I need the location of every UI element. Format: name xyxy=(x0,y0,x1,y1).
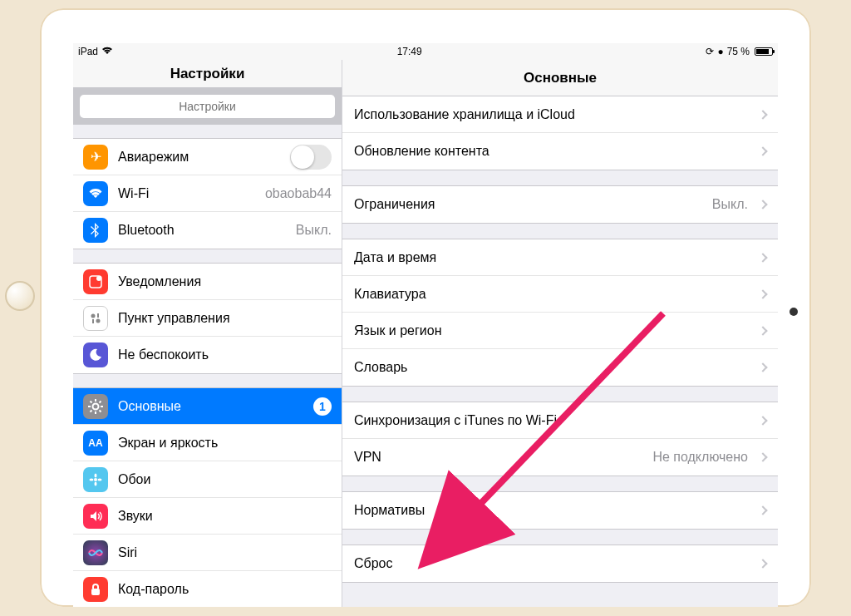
chevron-right-icon xyxy=(758,253,767,262)
sidebar-item-passcode[interactable]: Код-пароль xyxy=(73,571,342,607)
detail-item-itunes-sync[interactable]: Синхронизация с iTunes по Wi-Fi xyxy=(342,402,778,439)
sidebar-item-label: Wi-Fi xyxy=(118,186,265,201)
sidebar-item-display[interactable]: AA Экран и яркость xyxy=(73,425,342,461)
chevron-right-icon xyxy=(758,559,767,568)
sidebar-item-label: Авиарежим xyxy=(118,150,290,165)
detail-item-language[interactable]: Язык и регион xyxy=(342,313,778,349)
detail-item-value: Выкл. xyxy=(712,197,748,212)
detail-item-regulatory[interactable]: Нормативы xyxy=(342,492,778,529)
device-label: iPad xyxy=(78,46,98,57)
detail-item-dictionary[interactable]: Словарь xyxy=(342,349,778,386)
sidebar-item-label: Основные xyxy=(118,399,313,414)
sidebar-item-wallpaper[interactable]: Обои xyxy=(73,461,342,498)
chevron-right-icon xyxy=(758,326,767,335)
sidebar-group-alerts: Уведомления Пункт управления Не беспокои… xyxy=(73,263,342,374)
moon-icon xyxy=(83,342,108,367)
sidebar-item-control-center[interactable]: Пункт управления xyxy=(73,300,342,337)
detail-group-sync: Синхронизация с iTunes по Wi-Fi VPN Не п… xyxy=(342,402,778,476)
battery-icon xyxy=(755,47,773,56)
svg-line-11 xyxy=(91,401,92,402)
detail-item-label: Клавиатура xyxy=(354,287,755,302)
svg-point-2 xyxy=(91,313,96,318)
siri-icon xyxy=(83,540,108,565)
sidebar-item-siri[interactable]: Siri xyxy=(73,535,342,571)
lock-icon xyxy=(83,577,108,602)
clock: 17:49 xyxy=(397,46,422,57)
sidebar-item-bluetooth[interactable]: Bluetooth Выкл. xyxy=(73,212,342,249)
svg-point-3 xyxy=(96,318,101,323)
chevron-right-icon xyxy=(758,505,767,515)
sidebar-item-sounds[interactable]: Звуки xyxy=(73,498,342,535)
detail-item-refresh[interactable]: Обновление контента xyxy=(342,133,778,170)
detail-item-storage[interactable]: Использование хранилища и iCloud xyxy=(342,96,778,133)
detail-item-restrictions[interactable]: Ограничения Выкл. xyxy=(342,186,778,223)
svg-point-15 xyxy=(94,478,97,481)
ipad-frame: iPad 17:49 ⟳ ● 75 % Настройки xyxy=(40,8,811,607)
chevron-right-icon xyxy=(758,110,767,119)
detail-item-label: Ограничения xyxy=(354,197,712,212)
sidebar-item-wifi[interactable]: Wi-Fi obaobab44 xyxy=(73,175,342,212)
svg-rect-20 xyxy=(91,589,100,595)
svg-point-19 xyxy=(98,478,102,480)
sidebar-item-label: Пункт управления xyxy=(118,311,342,326)
svg-point-17 xyxy=(95,481,97,485)
detail-item-label: Нормативы xyxy=(354,503,755,518)
detail-item-label: Синхронизация с iTunes по Wi-Fi xyxy=(354,413,755,428)
detail-item-label: Сброс xyxy=(354,556,755,571)
status-bar: iPad 17:49 ⟳ ● 75 % xyxy=(73,43,778,60)
detail-item-value: Не подключено xyxy=(652,450,748,465)
detail-item-datetime[interactable]: Дата и время xyxy=(342,239,778,276)
detail-group-restrictions: Ограничения Выкл. xyxy=(342,185,778,224)
detail-item-label: Язык и регион xyxy=(354,323,755,338)
detail-item-label: Использование хранилища и iCloud xyxy=(354,107,755,122)
sidebar-item-notifications[interactable]: Уведомления xyxy=(73,264,342,300)
screen: iPad 17:49 ⟳ ● 75 % Настройки xyxy=(73,43,778,607)
detail-item-vpn[interactable]: VPN Не подключено xyxy=(342,439,778,476)
search-input[interactable] xyxy=(80,95,335,118)
control-center-icon xyxy=(83,306,108,331)
airplane-icon: ✈︎ xyxy=(83,145,108,170)
sidebar-item-label: Bluetooth xyxy=(118,223,296,238)
chevron-right-icon xyxy=(758,452,767,461)
svg-point-18 xyxy=(90,478,94,480)
detail-title: Основные xyxy=(524,70,597,86)
svg-point-6 xyxy=(93,403,99,409)
detail-item-keyboard[interactable]: Клавиатура xyxy=(342,276,778,313)
chevron-right-icon xyxy=(758,146,767,155)
wifi-value: obaobab44 xyxy=(265,186,332,201)
sidebar-item-label: Код-пароль xyxy=(118,582,342,597)
wifi-icon xyxy=(101,46,113,57)
chevron-right-icon xyxy=(758,416,767,425)
svg-point-16 xyxy=(95,473,97,477)
detail-item-reset[interactable]: Сброс xyxy=(342,545,778,582)
alarm-icon: ● xyxy=(717,46,723,57)
general-badge: 1 xyxy=(313,397,332,416)
chevron-right-icon xyxy=(758,362,767,372)
bluetooth-value: Выкл. xyxy=(296,223,332,238)
detail-group-reset: Сброс xyxy=(342,545,778,583)
camera xyxy=(790,308,798,316)
display-icon: AA xyxy=(83,431,108,456)
sidebar-title: Настройки xyxy=(170,66,245,82)
notifications-icon xyxy=(83,269,108,294)
sidebar-item-airplane[interactable]: ✈︎ Авиарежим xyxy=(73,139,342,175)
detail-group-locale: Дата и время Клавиатура Язык и регион xyxy=(342,239,778,387)
home-button[interactable] xyxy=(5,281,35,311)
sidebar-item-general[interactable]: Основные 1 xyxy=(73,388,342,425)
sidebar-header: Настройки xyxy=(73,60,342,88)
detail-item-label: Обновление контента xyxy=(354,144,755,159)
sidebar-item-label: Уведомления xyxy=(118,274,342,289)
battery-pct: 75 % xyxy=(727,46,750,57)
detail-group-storage: Использование хранилища и iCloud Обновле… xyxy=(342,96,778,170)
svg-line-12 xyxy=(100,410,101,411)
svg-point-1 xyxy=(96,276,101,281)
sidebar-group-connectivity: ✈︎ Авиарежим Wi-Fi obaobab44 xyxy=(73,138,342,249)
gear-icon xyxy=(83,394,108,419)
detail-body[interactable]: Использование хранилища и iCloud Обновле… xyxy=(342,96,778,583)
sidebar-item-label: Не беспокоить xyxy=(118,347,342,362)
detail-header: Основные xyxy=(342,60,778,96)
airplane-toggle[interactable] xyxy=(290,145,332,170)
detail-group-regulatory: Нормативы xyxy=(342,491,778,530)
detail-item-label: Дата и время xyxy=(354,250,755,265)
sidebar-item-dnd[interactable]: Не беспокоить xyxy=(73,337,342,373)
